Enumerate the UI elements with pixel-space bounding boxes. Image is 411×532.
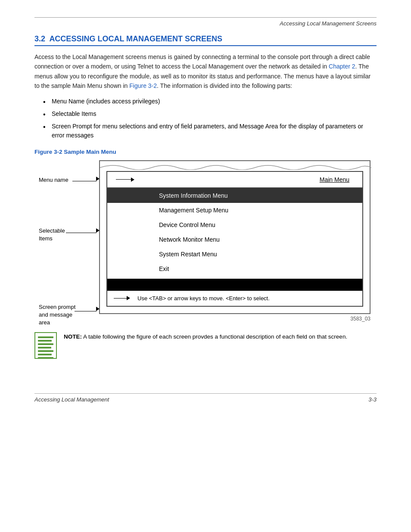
header-rule bbox=[34, 17, 377, 18]
wavy-top bbox=[100, 161, 371, 170]
menu-item-selected: System Information Menu bbox=[107, 188, 362, 203]
arrow-selectable bbox=[96, 228, 100, 233]
arrow-menu-name bbox=[96, 177, 100, 181]
menu-item-5: System Restart Menu bbox=[107, 247, 362, 261]
bullet-item-3: Screen Prompt for menu selections and en… bbox=[43, 122, 377, 140]
note-body: A table following the figure of each scr… bbox=[82, 333, 347, 340]
prompt-text: Use <TAB> or arrow keys to move. <Enter>… bbox=[137, 295, 270, 302]
menu-item-3: Device Control Menu bbox=[107, 218, 362, 232]
page-footer: Accessing Local Management 3-3 bbox=[34, 393, 377, 403]
selectable-label: SelectableItems bbox=[39, 227, 65, 243]
menu-name-label: Menu name bbox=[39, 177, 68, 183]
bullet-list: Menu Name (includes access privileges) S… bbox=[34, 97, 377, 140]
note-icon bbox=[34, 332, 57, 359]
body-paragraph: Access to the Local Management screens m… bbox=[34, 52, 377, 91]
prompt-arrow bbox=[114, 296, 130, 300]
header-row: Main Menu bbox=[107, 172, 362, 188]
screen-prompt-label: Screen promptand messagearea bbox=[39, 303, 75, 327]
arrow-screen-prompt bbox=[96, 307, 100, 311]
footer-bar bbox=[107, 279, 362, 291]
bullet-item-1: Menu Name (includes access privileges) bbox=[43, 97, 377, 106]
header-label: Accessing Local Management Screens bbox=[34, 20, 377, 27]
inner-box: Main Menu System Information Menu Manage… bbox=[106, 171, 363, 307]
note-container: NOTE: A table following the figure of ea… bbox=[34, 332, 377, 359]
figure-title: Figure 3-2 Sample Main Menu bbox=[34, 149, 377, 155]
footer-right: 3-3 bbox=[368, 396, 377, 403]
section-title: 3.2 ACCESSING LOCAL MANAGEMENT SCREENS bbox=[34, 34, 377, 46]
connector-selectable bbox=[66, 233, 97, 233]
menu-item-2: Management Setup Menu bbox=[107, 203, 362, 218]
footer-left: Accessing Local Management bbox=[34, 396, 109, 403]
main-menu-text: Main Menu bbox=[320, 176, 349, 183]
connector-screen-prompt bbox=[75, 311, 97, 311]
connector-menu-name bbox=[72, 181, 97, 181]
bullet-item-2: Selectable Items bbox=[43, 109, 377, 118]
main-menu-arrow bbox=[116, 177, 134, 182]
menu-items-list: System Information Menu Management Setup… bbox=[107, 188, 362, 276]
figure-diagram: Menu name SelectableItems Screen prompta… bbox=[39, 160, 377, 322]
chapter-link[interactable]: Chapter 2 bbox=[329, 63, 355, 70]
prompt-row: Use <TAB> or arrow keys to move. <Enter>… bbox=[107, 291, 362, 306]
figure-link[interactable]: Figure 3-2 bbox=[129, 82, 157, 89]
note-bold: NOTE: bbox=[64, 333, 82, 340]
menu-item-4: Network Monitor Menu bbox=[107, 232, 362, 247]
diagram-box: Main Menu System Information Menu Manage… bbox=[99, 160, 371, 314]
note-text: NOTE: A table following the figure of ea… bbox=[64, 332, 347, 342]
figure-id: 3583_03 bbox=[99, 316, 371, 322]
menu-item-6: Exit bbox=[107, 261, 362, 276]
